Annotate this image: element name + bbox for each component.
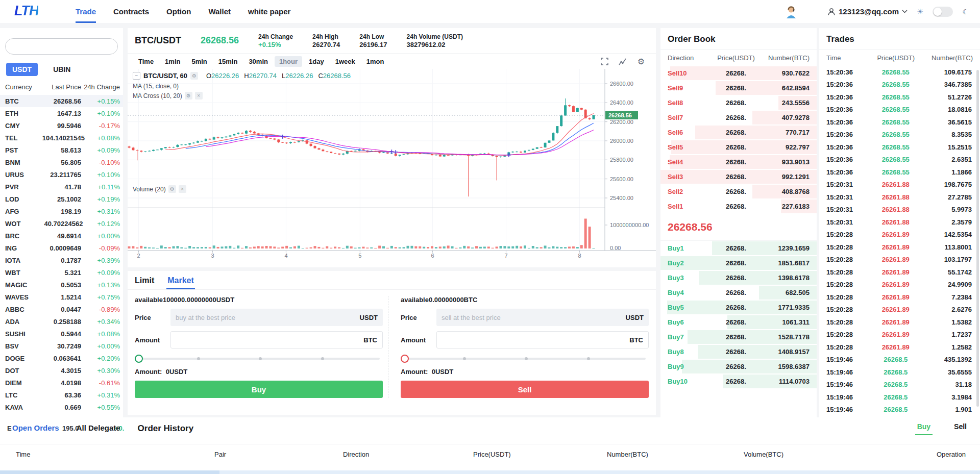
order-book-row-sell1[interactable]: Sell126268.227.6183 xyxy=(660,199,817,214)
timeframe-1min[interactable]: 1min xyxy=(160,56,185,67)
trades-scrollbar[interactable] xyxy=(976,70,979,407)
coin-row-waves[interactable]: WAVES1.5214+0.75% xyxy=(0,291,123,303)
timeframe-30min[interactable]: 30min xyxy=(244,56,273,67)
orders-tab-all-delegate[interactable]: All Delegate xyxy=(77,423,120,434)
order-book-row-sell2[interactable]: Sell226268.408.8768 xyxy=(660,184,817,199)
support-avatar-icon[interactable] xyxy=(785,5,798,18)
collapse-icon[interactable]: − xyxy=(133,72,140,80)
coin-row-kava[interactable]: KAVA0.669+0.55% xyxy=(0,401,123,413)
sell-amount-input[interactable]: BTC xyxy=(436,331,649,348)
coin-row-pst[interactable]: PST58.613+0.09% xyxy=(0,144,123,156)
nav-item-option[interactable]: Option xyxy=(166,0,191,23)
coin-row-wot[interactable]: WOT40.70224562+0.12% xyxy=(0,217,123,230)
orders-tab-order-history[interactable]: Order History xyxy=(138,423,194,434)
nav-item-wallet[interactable]: Wallet xyxy=(208,0,231,23)
coin-row-btc[interactable]: BTC26268.56+0.15% xyxy=(0,95,123,107)
sun-icon[interactable]: ☀ xyxy=(917,7,923,16)
coin-row-pvr[interactable]: PVR41.78+0.11% xyxy=(0,181,123,193)
sell-amount-slider[interactable] xyxy=(401,354,649,364)
candlestick-chart[interactable]: − BTC/USDT, 60 ⚙ O26226.26 H26270.74 L26… xyxy=(128,69,656,259)
timeframe-1mon[interactable]: 1mon xyxy=(362,56,389,67)
order-book-row-sell5[interactable]: Sell526268.922.797 xyxy=(660,140,817,155)
coin-row-dot[interactable]: DOT4.3015+0.30% xyxy=(0,364,123,377)
indicator-icon[interactable] xyxy=(618,57,627,66)
orders-col-pair: Pair xyxy=(214,451,226,458)
timeframe-5min[interactable]: 5min xyxy=(187,56,211,67)
order-book-row-buy10[interactable]: Buy1026268.1114.0703 xyxy=(660,374,817,389)
filter-buy[interactable]: Buy xyxy=(917,422,930,431)
fullscreen-icon[interactable] xyxy=(600,57,609,66)
order-book-row-buy9[interactable]: Buy926268.1598.6387 xyxy=(660,359,817,374)
buy-price-input[interactable]: buy at the best price USDT xyxy=(170,309,383,326)
timeframe-time[interactable]: Time xyxy=(134,56,158,67)
search-input[interactable] xyxy=(5,38,118,55)
nav-item-white-paper[interactable]: white paper xyxy=(248,0,290,23)
coin-row-ing[interactable]: ING0.0009649-0.09% xyxy=(0,242,123,254)
order-book-row-buy3[interactable]: Buy326268.1398.6178 xyxy=(660,270,817,285)
nav-item-contracts[interactable]: Contracts xyxy=(113,0,149,23)
order-book-row-buy2[interactable]: Buy226268.1851.6817 xyxy=(660,256,817,270)
order-book-row-buy1[interactable]: Buy126268.1239.1659 xyxy=(660,241,817,256)
timeframe-1hour[interactable]: 1hour xyxy=(275,56,302,67)
buy-slider-handle[interactable] xyxy=(135,355,143,363)
timeframe-1week[interactable]: 1week xyxy=(331,56,360,67)
coin-row-brc[interactable]: BRC49.6914+0.00% xyxy=(0,230,123,242)
coin-row-abbc[interactable]: ABBC0.0447-0.89% xyxy=(0,303,123,315)
coin-row-bnm[interactable]: BNM56.805-0.10% xyxy=(0,156,123,168)
order-book-row-buy4[interactable]: Buy426268.682.505 xyxy=(660,285,817,300)
order-type-tab-limit[interactable]: Limit xyxy=(135,276,154,289)
ma-settings-icon[interactable]: ⚙ xyxy=(185,92,192,99)
moon-icon[interactable]: ☾ xyxy=(962,8,969,16)
timeframe-15min[interactable]: 15min xyxy=(214,56,242,67)
order-book-row-sell8[interactable]: Sell826268.243.5556 xyxy=(660,95,817,110)
coin-row-doge[interactable]: DOGE0.063641+0.20% xyxy=(0,352,123,364)
legend-settings-icon[interactable]: ⚙ xyxy=(190,72,198,80)
buy-amount-input[interactable]: BTC xyxy=(170,331,383,348)
chart-settings-icon[interactable]: ⚙ xyxy=(636,57,646,66)
timeframe-1day[interactable]: 1day xyxy=(304,56,329,67)
coin-row-iota[interactable]: IOTA0.1787+0.39% xyxy=(0,254,123,266)
quote-tab-ubin[interactable]: UBIN xyxy=(47,63,77,76)
order-type-tab-market[interactable]: Market xyxy=(167,276,194,289)
coin-row-magic[interactable]: MAGIC0.5053+0.13% xyxy=(0,279,123,291)
coin-row-afg[interactable]: AFG198.19+0.31% xyxy=(0,205,123,217)
coin-row-ltc[interactable]: LTC63.36+0.31% xyxy=(0,389,123,401)
coin-row-sushi[interactable]: SUSHI0.5944+0.08% xyxy=(0,328,123,340)
sell-price-input[interactable]: sell at the best price USDT xyxy=(436,309,649,326)
horizontal-scrollbar-thumb[interactable] xyxy=(0,470,219,474)
order-book-row-sell7[interactable]: Sell726268.407.9278 xyxy=(660,110,817,125)
coin-row-lod[interactable]: LOD25.1002+0.19% xyxy=(0,193,123,205)
coin-row-cmy[interactable]: CMY99.5946-0.17% xyxy=(0,119,123,132)
coin-row-diem[interactable]: DIEM4.0198-0.61% xyxy=(0,377,123,389)
orders-tab-open-orders[interactable]: Open Orders xyxy=(12,423,59,434)
vol-settings-icon[interactable]: ⚙ xyxy=(168,185,176,193)
order-book-row-sell6[interactable]: Sell626268.770.717 xyxy=(660,125,817,140)
coin-row-urus[interactable]: URUS23.211765+0.10% xyxy=(0,168,123,181)
order-book-row-sell9[interactable]: Sell926268.642.8594 xyxy=(660,81,817,95)
coin-row-bsv[interactable]: BSV30.7249+0.00% xyxy=(0,340,123,352)
lth-logo[interactable]: LTH xyxy=(14,3,38,19)
order-book-row-buy6[interactable]: Buy626268.1061.311 xyxy=(660,315,817,330)
filter-sell[interactable]: Sell xyxy=(954,422,967,431)
coin-row-ada[interactable]: ADA0.258188+0.34% xyxy=(0,315,123,328)
quote-tab-usdt[interactable]: USDT xyxy=(6,63,38,76)
buy-button[interactable]: Buy xyxy=(135,381,383,398)
order-book-row-buy5[interactable]: Buy526268.1771.9335 xyxy=(660,300,817,315)
horizontal-scrollbar[interactable] xyxy=(0,470,980,474)
nav-item-trade[interactable]: Trade xyxy=(76,0,96,23)
order-book-row-sell10[interactable]: Sell1026268.930.7622 xyxy=(660,66,817,81)
account-menu[interactable]: 123123@qq.com xyxy=(827,7,908,16)
order-book-row-buy8[interactable]: Buy826268.1408.9157 xyxy=(660,344,817,359)
coin-row-tel[interactable]: TEL104.14021545+0.08% xyxy=(0,132,123,144)
coin-row-eth[interactable]: ETH1647.13+0.10% xyxy=(0,107,123,119)
coin-row-wbt[interactable]: WBT5.321+0.09% xyxy=(0,266,123,279)
sell-slider-handle[interactable] xyxy=(401,355,409,363)
theme-toggle[interactable] xyxy=(933,7,953,17)
ma-close-icon[interactable]: × xyxy=(195,92,203,99)
vol-close-icon[interactable]: × xyxy=(179,185,186,193)
order-book-row-sell4[interactable]: Sell426268.933.9013 xyxy=(660,155,817,169)
buy-amount-slider[interactable] xyxy=(135,354,383,364)
order-book-row-sell3[interactable]: Sell326268.992.1291 xyxy=(660,169,817,184)
order-book-row-buy7[interactable]: Buy726268.1528.7178 xyxy=(660,330,817,344)
sell-button[interactable]: Sell xyxy=(401,381,649,398)
